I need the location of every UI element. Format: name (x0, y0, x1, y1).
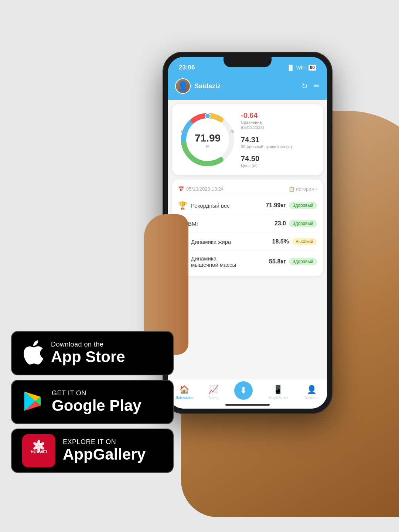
metric-left-record: 🏆 Рекордный вес (178, 201, 230, 210)
googleplay-small-text: GET IT ON (52, 389, 141, 397)
best-weight-value: 74.31 (241, 136, 317, 144)
gauge-weight: 71.99 (195, 133, 221, 143)
nav-profile-label: Профиль (304, 396, 320, 400)
stats-panel: -0.64 Сравнение (05/12/2023) 74.31 30-дн… (241, 111, 317, 168)
record-badge: Здоровый (289, 202, 317, 209)
comparison-label: Сравнение (05/12/2023) (241, 120, 317, 130)
nav-home-icon: 🏠 (179, 385, 189, 395)
bmi-name: BMI (188, 221, 198, 227)
best-weight-label: 30-дневный лучший вес(кг) (241, 144, 317, 149)
muscle-name: Динамикамышечной массы (191, 255, 236, 268)
status-time: 23:06 (179, 64, 195, 71)
gauge-min: 58 (181, 129, 185, 134)
history-link[interactable]: 📋 история › (289, 186, 317, 192)
nav-device-icon: 📱 (273, 385, 283, 395)
user-info: 👤 Saidaziz (175, 78, 221, 94)
nav-trend-label: Тренд (208, 396, 219, 400)
apple-icon (22, 340, 44, 366)
googleplay-icon (22, 390, 44, 414)
appstore-button[interactable]: Download on the App Store (11, 331, 174, 375)
signal-icon: ▐▌ (287, 65, 294, 71)
appstore-text: Download on the App Store (51, 341, 125, 365)
fat-badge: Высокий (292, 238, 317, 245)
googleplay-button[interactable]: GET IT ON Google Play (11, 380, 174, 424)
best-weight-stat: 74.31 30-дневный лучший вес(кг) (241, 136, 317, 149)
gauge-labels: 58 75 (178, 129, 237, 134)
nav-center-icon: ⬇ (240, 385, 247, 396)
nav-center-button[interactable]: ⬇ (234, 381, 253, 400)
appgallery-small-text: EXPLORE IT ON (63, 438, 146, 446)
metrics-date-row: 📅 05/13/2023 13:24 📋 история › (178, 183, 317, 195)
username: Saidaziz (194, 82, 221, 90)
app-header: 👤 Saidaziz ↻ ✏ (168, 75, 327, 100)
metric-row-bmi: ◉ BMI 23.0 Здоровый (178, 215, 317, 233)
appgallery-button[interactable]: HUAWEI EXPLORE IT ON AppGallery (11, 429, 174, 473)
nav-item-device[interactable]: 📱 Устройство (269, 385, 288, 400)
nav-item-trend[interactable]: 📈 Тренд (208, 385, 219, 400)
phone-mockup-container: 23:06 ▐▌ WiFi 90 👤 Saidaziz ↻ ✏ (144, 30, 399, 517)
metric-right-record: 71.99кг Здоровый (266, 202, 317, 209)
gauge-max: 75 (230, 129, 234, 134)
record-name: Рекордный вес (191, 202, 230, 209)
nav-trend-icon: 📈 (208, 385, 218, 395)
store-buttons-container: Download on the App Store GET IT ON Goog… (11, 331, 174, 473)
metric-row-muscle: 💪 Динамикамышечной массы 55.8кг Здоровый (178, 251, 317, 272)
svg-point-17 (205, 113, 210, 119)
refresh-icon[interactable]: ↻ (301, 82, 308, 91)
record-icon: 🏆 (178, 201, 187, 210)
chevron-right-icon: › (316, 186, 317, 192)
muscle-badge: Здоровый (289, 258, 317, 265)
comparison-stat: -0.64 Сравнение (05/12/2023) (241, 111, 317, 130)
goal-label: Цель (кг) (241, 163, 317, 168)
metrics-date: 📅 05/13/2023 13:24 (178, 186, 224, 192)
wifi-icon: WiFi (296, 65, 307, 71)
bmi-value: 23.0 (274, 220, 286, 227)
googleplay-text: GET IT ON Google Play (52, 389, 141, 414)
nav-device-label: Устройство (269, 396, 288, 400)
googleplay-big-text: Google Play (52, 397, 141, 414)
avatar-face: 👤 (177, 81, 188, 91)
status-icons: ▐▌ WiFi 90 (287, 65, 316, 71)
metric-right-bmi: 23.0 Здоровый (274, 220, 317, 227)
history-icon: 📋 (289, 186, 294, 192)
nav-dynamics-label: Динамика (175, 396, 192, 400)
gauge-unit: кг (195, 143, 221, 149)
header-icons: ↻ ✏ (301, 82, 320, 91)
bmi-badge: Здоровый (289, 220, 317, 227)
fat-value: 18.5% (272, 238, 289, 245)
battery-badge: 90 (308, 65, 316, 71)
nav-item-dynamics[interactable]: 🏠 Динамика (175, 385, 192, 400)
calendar-icon: 📅 (178, 186, 184, 192)
gauge-center: 71.99 кг (195, 133, 221, 149)
nav-item-profile[interactable]: 👤 Профиль (304, 385, 320, 400)
weight-card: 71.99 кг 58 75 -0.64 Сравнение (05/12/2 (172, 104, 323, 175)
phone-screen: 23:06 ▐▌ WiFi 90 👤 Saidaziz ↻ ✏ (168, 57, 327, 409)
fat-name: Динамика жира (191, 239, 231, 245)
nav-item-center[interactable]: ⬇ (234, 381, 253, 403)
metric-row-record: 🏆 Рекордный вес 71.99кг Здоровый (178, 197, 317, 215)
metric-right-muscle: 55.8кг Здоровый (269, 258, 317, 265)
edit-icon[interactable]: ✏ (314, 82, 320, 91)
appgallery-big-text: AppGallery (63, 446, 146, 463)
appgallery-text: EXPLORE IT ON AppGallery (63, 438, 146, 463)
goal-stat: 74.50 Цель (кг) (241, 154, 317, 168)
gauge-container: 71.99 кг 58 75 (178, 110, 237, 169)
metric-right-fat: 18.5% Высокий (272, 238, 317, 245)
home-indicator (225, 404, 270, 406)
metrics-section: 📅 05/13/2023 13:24 📋 история › 🏆 Рекордн… (172, 180, 323, 276)
muscle-value: 55.8кг (269, 258, 286, 265)
phone-notch (224, 57, 272, 67)
avatar: 👤 (175, 78, 191, 94)
nav-profile-icon: 👤 (307, 385, 317, 395)
huawei-logo: HUAWEI (22, 434, 55, 467)
goal-value: 74.50 (241, 154, 317, 163)
record-value: 71.99кг (266, 202, 286, 209)
metric-row-fat: 🔄 Динамика жира 18.5% Высокий (178, 233, 317, 251)
appstore-big-text: App Store (51, 348, 125, 365)
comparison-value: -0.64 (241, 111, 317, 120)
appstore-small-text: Download on the (51, 341, 125, 348)
